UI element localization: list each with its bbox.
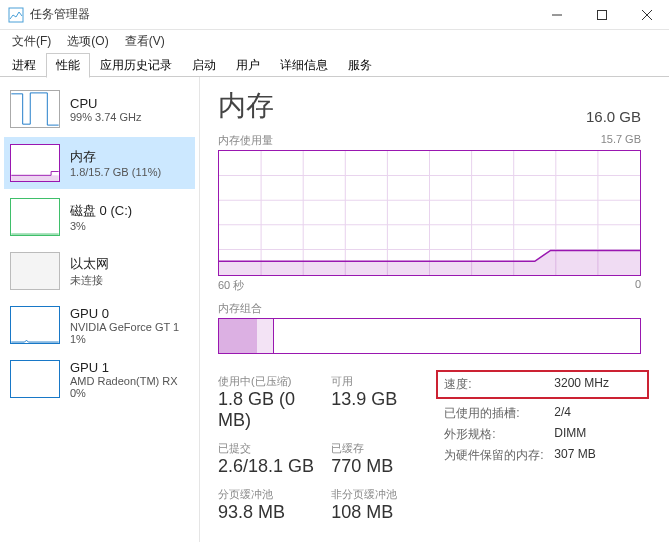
sidebar-item-cpu[interactable]: CPU99% 3.74 GHz <box>4 83 195 135</box>
chart-axis-right: 0 <box>635 278 641 293</box>
gpu1-thumb <box>10 360 60 398</box>
memory-composition-chart[interactable] <box>218 318 641 354</box>
sidebar-sub: 1.8/15.7 GB (11%) <box>70 166 161 178</box>
tab-processes[interactable]: 进程 <box>2 53 46 78</box>
speed-highlight: 速度:3200 MHz <box>436 370 649 399</box>
sidebar-label: GPU 0 <box>70 306 179 321</box>
stat-cached-label: 已缓存 <box>331 441 434 456</box>
window-title: 任务管理器 <box>30 6 534 23</box>
svg-rect-5 <box>11 175 58 181</box>
disk-thumb <box>10 198 60 236</box>
sidebar-label: CPU <box>70 96 142 111</box>
tab-performance[interactable]: 性能 <box>46 53 90 78</box>
usage-chart-max: 15.7 GB <box>601 133 641 148</box>
page-title: 内存 <box>218 87 274 125</box>
sidebar-label: 磁盘 0 (C:) <box>70 202 132 220</box>
menubar: 文件(F) 选项(O) 查看(V) <box>0 30 669 52</box>
stat-inuse: 1.8 GB (0 MB) <box>218 389 321 431</box>
sidebar-item-memory[interactable]: 内存1.8/15.7 GB (11%) <box>4 137 195 189</box>
sidebar-label: GPU 1 <box>70 360 178 375</box>
chart-axis-left: 60 秒 <box>218 278 244 293</box>
memory-total: 16.0 GB <box>586 108 641 125</box>
stat-nonpaged-label: 非分页缓冲池 <box>331 487 434 502</box>
sidebar-sub2: 1% <box>70 333 179 345</box>
stat-paged: 93.8 MB <box>218 502 321 523</box>
stat-commit-label: 已提交 <box>218 441 321 456</box>
titlebar: 任务管理器 <box>0 0 669 30</box>
tab-users[interactable]: 用户 <box>226 53 270 78</box>
maximize-button[interactable] <box>579 0 624 30</box>
spec-reserved-v: 307 MB <box>554 447 595 464</box>
cpu-thumb <box>10 90 60 128</box>
menu-view[interactable]: 查看(V) <box>119 32 171 51</box>
tab-details[interactable]: 详细信息 <box>270 53 338 78</box>
minimize-button[interactable] <box>534 0 579 30</box>
app-icon <box>8 7 24 23</box>
spec-reserved-k: 为硬件保留的内存: <box>444 447 554 464</box>
stat-nonpaged: 108 MB <box>331 502 434 523</box>
sidebar-item-ethernet[interactable]: 以太网未连接 <box>4 245 195 297</box>
menu-file[interactable]: 文件(F) <box>6 32 57 51</box>
sidebar-sub: 3% <box>70 220 132 232</box>
window-controls <box>534 0 669 30</box>
stat-cached: 770 MB <box>331 456 434 477</box>
spec-form-k: 外形规格: <box>444 426 554 443</box>
composition-label: 内存组合 <box>218 301 262 316</box>
spec-slots-v: 2/4 <box>554 405 571 422</box>
sidebar-sub: 99% 3.74 GHz <box>70 111 142 123</box>
tab-startup[interactable]: 启动 <box>182 53 226 78</box>
spec-slots-k: 已使用的插槽: <box>444 405 554 422</box>
spec-speed-k: 速度: <box>444 376 554 393</box>
memory-thumb <box>10 144 60 182</box>
tab-apphistory[interactable]: 应用历史记录 <box>90 53 182 78</box>
stat-avail: 13.9 GB <box>331 389 434 410</box>
tab-services[interactable]: 服务 <box>338 53 382 78</box>
memory-usage-chart[interactable] <box>218 150 641 276</box>
ethernet-thumb <box>10 252 60 290</box>
tabbar: 进程 性能 应用历史记录 启动 用户 详细信息 服务 <box>0 52 669 77</box>
usage-chart-label: 内存使用量 <box>218 133 273 148</box>
svg-rect-2 <box>597 10 606 19</box>
menu-options[interactable]: 选项(O) <box>61 32 114 51</box>
sidebar-sub: NVIDIA GeForce GT 1 <box>70 321 179 333</box>
sidebar-sub: AMD Radeon(TM) RX <box>70 375 178 387</box>
close-button[interactable] <box>624 0 669 30</box>
sidebar: CPU99% 3.74 GHz 内存1.8/15.7 GB (11%) 磁盘 0… <box>0 77 200 542</box>
stat-avail-label: 可用 <box>331 374 434 389</box>
sidebar-sub2: 0% <box>70 387 178 399</box>
stat-paged-label: 分页缓冲池 <box>218 487 321 502</box>
main-panel: 内存 16.0 GB 内存使用量 15.7 GB 60 秒 0 内存组合 <box>200 77 669 542</box>
content: CPU99% 3.74 GHz 内存1.8/15.7 GB (11%) 磁盘 0… <box>0 77 669 542</box>
sidebar-label: 以太网 <box>70 255 109 273</box>
sidebar-item-gpu1[interactable]: GPU 1AMD Radeon(TM) RX0% <box>4 353 195 405</box>
sidebar-sub: 未连接 <box>70 273 109 288</box>
sidebar-item-disk[interactable]: 磁盘 0 (C:)3% <box>4 191 195 243</box>
spec-form-v: DIMM <box>554 426 586 443</box>
stat-inuse-label: 使用中(已压缩) <box>218 374 321 389</box>
sidebar-item-gpu0[interactable]: GPU 0NVIDIA GeForce GT 11% <box>4 299 195 351</box>
spec-speed-v: 3200 MHz <box>554 376 609 393</box>
sidebar-label: 内存 <box>70 148 161 166</box>
gpu0-thumb <box>10 306 60 344</box>
stat-commit: 2.6/18.1 GB <box>218 456 321 477</box>
